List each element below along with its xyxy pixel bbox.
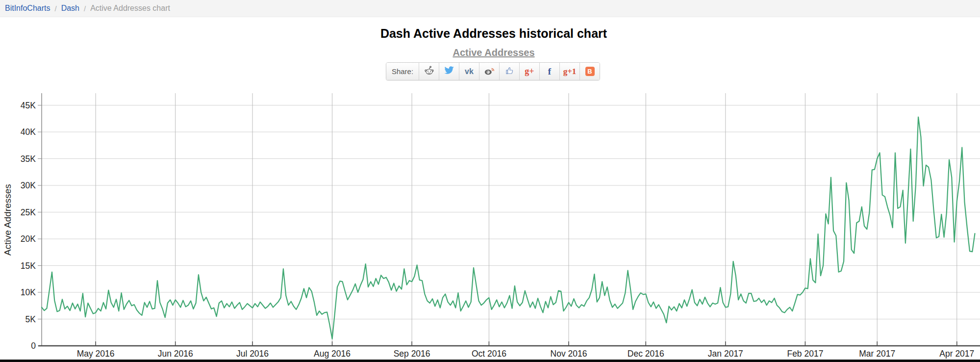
y-tick-label: 40K (21, 127, 36, 137)
breadcrumb-separator: / (54, 4, 56, 13)
x-tick-label: Nov 2016 (551, 349, 587, 359)
y-tick-label: 0 (31, 341, 36, 351)
x-tick-label: Apr 2017 (939, 349, 974, 359)
y-tick-label: 5K (25, 314, 36, 324)
x-tick-label: Aug 2016 (314, 349, 351, 359)
page-title: Dash Active Addresses historical chart (0, 26, 980, 41)
y-tick-label: 10K (21, 287, 36, 297)
y-tick-label: 35K (21, 154, 36, 164)
breadcrumb-separator: / (84, 4, 86, 13)
breadcrumb-home-link[interactable]: BitInfoCharts (5, 4, 50, 13)
breadcrumb: BitInfoCharts / Dash / Active Addresses … (0, 0, 980, 17)
x-tick-label: Dec 2016 (628, 349, 664, 359)
x-tick-label: May 2016 (77, 349, 115, 359)
y-axis-title: Active Addresses (2, 184, 13, 256)
x-tick-label: Mar 2017 (859, 349, 895, 359)
y-tick-label: 25K (21, 207, 36, 217)
y-tick-label: 20K (21, 234, 36, 244)
x-tick-label: Sep 2016 (394, 349, 430, 359)
x-tick-label: Jun 2016 (158, 349, 193, 359)
page: BitInfoCharts / Dash / Active Addresses … (0, 0, 980, 362)
active-addresses-chart[interactable]: Active Addresses 05K10K15K20K25K30K35K40… (0, 74, 980, 362)
bottom-section-edge (0, 360, 980, 362)
breadcrumb-current-page: Active Addresses chart (90, 4, 170, 13)
y-tick-label: 30K (21, 181, 36, 190)
breadcrumb-coin-link[interactable]: Dash (61, 4, 79, 13)
x-tick-label: Oct 2016 (472, 349, 506, 359)
active-addresses-link[interactable]: Active Addresses (452, 47, 534, 58)
x-tick-label: Jan 2017 (708, 349, 743, 359)
y-tick-label: 15K (21, 261, 36, 271)
y-tick-label: 45K (21, 101, 36, 110)
x-tick-label: Jul 2016 (236, 349, 269, 359)
active-addresses-series-line (42, 117, 975, 339)
x-tick-label: Feb 2017 (787, 349, 823, 359)
subtitle-row: Active Addresses (0, 47, 980, 58)
